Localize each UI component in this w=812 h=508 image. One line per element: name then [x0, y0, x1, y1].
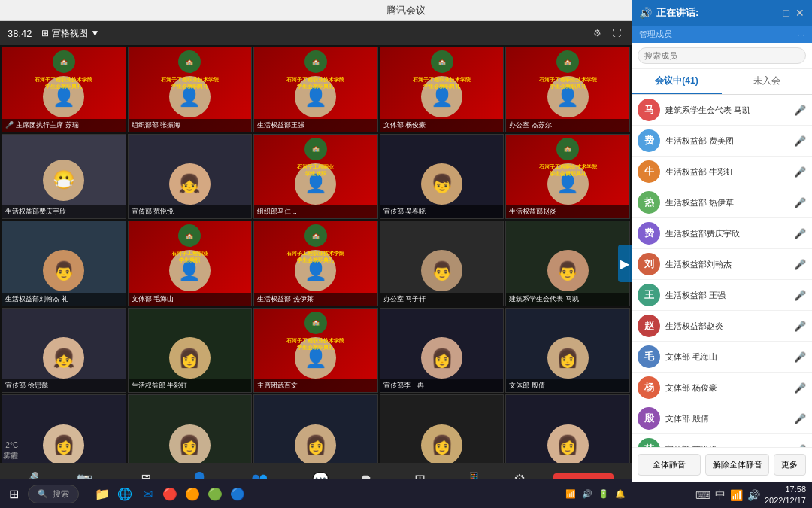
video-cell-16: 👩 生活权益部 牛彩虹: [128, 308, 253, 394]
panel-search-area: [632, 43, 812, 69]
member-item: 殷 文体部 殷倩 🎤: [632, 403, 812, 434]
cell-label-14: 建筑系学生会代表 马凯: [506, 293, 629, 306]
member-mic-icon: 🎤: [794, 321, 806, 332]
member-avatar: 费: [638, 222, 660, 245]
member-mic-icon: 🎤: [794, 228, 806, 239]
mute-all-button[interactable]: 全体静音: [638, 454, 701, 476]
taskbar-app-1[interactable]: 🔴: [160, 484, 180, 503]
settings-icon-btn[interactable]: ⚙: [590, 26, 604, 40]
member-search-input[interactable]: [638, 47, 806, 64]
tray-sound: 🔊: [747, 489, 760, 501]
panel-minimize[interactable]: —: [767, 7, 777, 19]
panel-footer: 全体静音 解除全体静音 更多: [632, 447, 812, 482]
video-cell-7: 🏫 石河子工程职业学生就职 👤 组织部马仁...: [253, 134, 378, 220]
taskbar-app-4[interactable]: 🔵: [228, 484, 247, 503]
member-avatar: 赵: [638, 315, 660, 337]
panel-window-controls[interactable]: — □ ✕: [767, 7, 804, 19]
video-cell-3: 🏫 石河子工程职业技术学院学生会就职典礼 👤 文体部 杨俊豪: [380, 47, 504, 132]
taskbar-app-edge[interactable]: 🌐: [115, 484, 135, 503]
member-name: 生活权益部 牛彩虹: [665, 166, 789, 178]
video-cell-6: 👧 宣传部 范悦悦: [128, 134, 253, 220]
right-panel: 🔊 正在讲话: — □ ✕ 管理成员 ··· 会议中(41) 未入会 马 建筑系…: [632, 0, 812, 482]
member-name: 生活权益部刘翰杰: [665, 259, 789, 270]
toolbar-icons: ⚙ ⛶: [590, 26, 624, 40]
panel-more-btn[interactable]: ···: [798, 30, 804, 39]
cell-label-10: 生活权益部刘翰杰 礼: [2, 293, 126, 306]
member-mic-icon: 🎤: [794, 259, 806, 270]
video-cell-4: 🏫 石河子工程职业技术学院学生会就职典礼 👤 办公室 杰苏尔: [505, 47, 630, 132]
video-cell-9: 🏫 石河子工程职业技术学院学生会就职典礼 👤 生活权益部赵炎: [505, 134, 630, 220]
top-toolbar: 38:42 ⊞ 宫格视图 ▼ ⚙ ⛶: [0, 21, 632, 45]
cell-label-5: 生活权益部费庆宇欣: [2, 205, 126, 218]
video-cell-17: 🏫 石河子工程职业技术学院学生会就职典礼 👤 主席团武百文: [253, 308, 378, 394]
video-cell-13: 👨 办公室 马子轩: [380, 221, 504, 306]
grid-scroll-right[interactable]: ▶: [618, 245, 632, 282]
mic-on-icon: 🎤: [5, 121, 14, 129]
volume-icon: 🔊: [582, 489, 592, 499]
view-mode-selector[interactable]: ⊞ 宫格视图 ▼: [41, 27, 100, 40]
member-avatar: 杨: [638, 376, 660, 399]
panel-subheader: 管理成员 ···: [632, 26, 812, 43]
fullscreen-icon-btn[interactable]: ⛶: [609, 26, 624, 40]
video-cell-0: 🏫 石河子工程职业技术学院学生会就职典礼 👤 🎤 主席团执行主席 苏瑞: [2, 47, 126, 132]
cell-label-13: 办公室 马子轩: [380, 293, 504, 306]
manage-members-label: 管理成员: [639, 29, 672, 40]
cell-label-3: 文体部 杨俊豪: [380, 119, 504, 132]
taskbar-right: 📶 🔊 🔋 🔔: [565, 489, 626, 499]
system-clock: 17:58 2022/12/17: [765, 484, 806, 507]
cell-label-4: 办公室 杰苏尔: [506, 119, 629, 132]
member-avatar: 王: [638, 284, 660, 306]
member-avatar: 马: [638, 99, 660, 121]
windows-search-box[interactable]: 🔍 搜索: [28, 485, 79, 503]
panel-restore[interactable]: □: [783, 7, 789, 19]
search-icon: 🔍: [38, 489, 48, 499]
member-name: 生活权益部费庆宇欣: [665, 228, 789, 239]
member-item: 费 生活权益部费庆宇欣 🎤: [632, 218, 812, 249]
taskbar-app-3[interactable]: 🟢: [205, 484, 225, 503]
weather-condition: 雾霾: [3, 452, 18, 460]
window-title: 腾讯会议: [386, 4, 426, 17]
video-cell-10: 👨 生活权益部刘翰杰 礼: [2, 221, 126, 306]
tab-not-joined[interactable]: 未入会: [722, 69, 812, 94]
tab-in-meeting[interactable]: 会议中(41): [632, 69, 722, 94]
video-cell-8: 👦 宣传部 吴春晓: [380, 134, 504, 220]
cell-label-9: 生活权益部赵炎: [506, 205, 629, 218]
member-mic-icon: 🎤: [794, 290, 806, 301]
school-logo: 🏫: [53, 50, 75, 73]
member-name: 文体部 杨俊豪: [665, 382, 789, 394]
more-options-button[interactable]: 更多: [774, 454, 806, 476]
panel-title: 正在讲话:: [656, 6, 698, 20]
video-cell-11: 🏫 石河子工程职业学生就职 👤 文体部 毛海山: [128, 221, 253, 306]
notification-icon: 🔔: [615, 489, 626, 499]
cell-label-6: 宣传部 范悦悦: [129, 205, 252, 218]
view-label: 宫格视图: [52, 27, 88, 40]
member-item: 牛 生活权益部 牛彩虹 🎤: [632, 157, 812, 187]
start-button[interactable]: ⊞: [6, 484, 22, 504]
member-item: 费 生活权益部 费美图 🎤: [632, 126, 812, 157]
taskbar-app-2[interactable]: 🟠: [183, 484, 202, 503]
windows-taskbar: ⊞ 🔍 搜索 📁 🌐 ✉ 🔴 🟠 🟢 🔵 📶 🔊 🔋 🔔: [0, 479, 632, 508]
battery-icon: 🔋: [598, 489, 609, 499]
temperature: -2°C: [3, 441, 18, 449]
video-cell-12: 🏫 石河子工程职业技术学院学生会就职典礼 👤 生活权益部 热伊莱: [253, 221, 378, 306]
member-name: 建筑系学生会代表 马凯: [665, 105, 789, 116]
taskbar-apps: 📁 🌐 ✉ 🔴 🟠 🟢 🔵: [92, 484, 247, 503]
video-cell-19: 👩 文体部 殷倩: [505, 308, 630, 394]
panel-close[interactable]: ✕: [795, 7, 804, 19]
cell-label-16: 生活权益部 牛彩虹: [129, 379, 252, 392]
taskbar-app-file[interactable]: 📁: [92, 484, 112, 503]
member-mic-icon: 🎤: [794, 413, 806, 424]
clock-date: 2022/12/17: [765, 495, 806, 506]
taskbar-app-mail[interactable]: ✉: [138, 484, 157, 503]
cell-label-18: 宣传部李一冉: [380, 379, 504, 392]
member-item: 赵 生活权益部赵炎 🎤: [632, 311, 812, 342]
member-item: 刘 生活权益部刘翰杰 🎤: [632, 249, 812, 280]
tray-network: 📶: [730, 489, 743, 501]
weather-info: -2°C 雾霾: [3, 440, 18, 461]
member-item: 热 生活权益部 热伊草 🎤: [632, 187, 812, 218]
unmute-all-button[interactable]: 解除全体静音: [705, 454, 768, 476]
speaking-indicator: 🔊: [639, 7, 652, 19]
member-name: 生活权益部 热伊草: [665, 197, 789, 208]
meeting-timer: 38:42: [8, 28, 32, 39]
member-avatar: 殷: [638, 407, 660, 430]
